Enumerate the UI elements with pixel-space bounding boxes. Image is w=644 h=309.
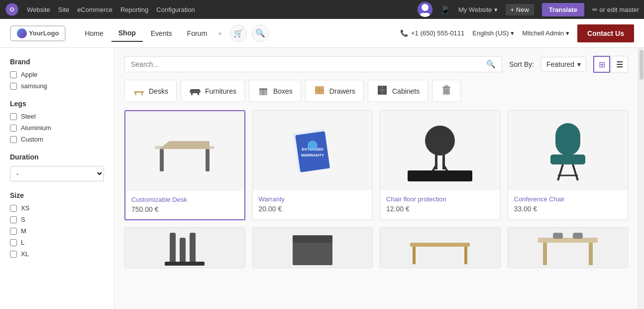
category-drawers[interactable]: Drawers [305, 80, 364, 102]
svg-rect-58 [464, 247, 467, 264]
xs-checkbox-input[interactable] [10, 205, 17, 212]
category-boxes[interactable]: Boxes [249, 80, 301, 102]
sort-dropdown[interactable]: Featured ▾ [541, 57, 586, 72]
product-image-mat [380, 111, 500, 190]
product-info-chair: Conference Chair 33.00 € [508, 190, 628, 219]
contact-us-button[interactable]: Contact Us [577, 24, 634, 42]
legs-steel-checkbox[interactable]: Steel [10, 113, 104, 120]
search-icon-button[interactable]: 🔍 [252, 25, 269, 42]
svg-rect-24 [442, 87, 450, 88]
nav-shop[interactable]: Shop [111, 25, 143, 42]
size-m-label: M [21, 227, 26, 235]
size-l-checkbox[interactable]: L [10, 239, 104, 246]
search-input[interactable] [131, 60, 482, 68]
svg-marker-32 [160, 141, 210, 149]
duration-select[interactable]: - [10, 166, 104, 181]
search-box[interactable]: 🔍 [124, 56, 502, 72]
legs-custom-label: Custom [21, 136, 43, 143]
language-selector[interactable]: English (US) ▾ [472, 29, 514, 37]
svg-rect-61 [589, 243, 593, 265]
category-cabinets[interactable]: Cabinets [368, 80, 428, 102]
size-xs-checkbox[interactable]: XS [10, 204, 104, 212]
nav-icons: 🛒 🔍 [230, 25, 269, 42]
product-card-desk2[interactable] [380, 227, 501, 268]
svg-point-3 [422, 4, 429, 11]
grid-view-button[interactable]: ⊞ [593, 56, 610, 73]
svg-rect-51 [180, 238, 186, 263]
legs-custom-checkbox[interactable]: Custom [10, 136, 104, 143]
product-image-table [508, 228, 628, 268]
product-card-desk[interactable]: Customizable Desk 750.00 € [124, 110, 245, 220]
user-account-menu[interactable]: Mitchell Admin ▾ [522, 29, 569, 37]
product-name-desk: Customizable Desk [131, 196, 238, 203]
aluminium-checkbox-input[interactable] [10, 125, 17, 132]
apple-checkbox-input[interactable] [10, 71, 17, 78]
legs-filter-title: Legs [10, 100, 104, 108]
product-card-table[interactable] [508, 227, 629, 268]
product-info-mat: Chair floor protection 12.00 € [380, 190, 500, 219]
svg-rect-11 [190, 91, 201, 92]
size-s-checkbox[interactable]: S [10, 216, 104, 223]
xl-checkbox-input[interactable] [10, 251, 17, 258]
scrollbar-thumb[interactable] [640, 50, 644, 80]
logo-text: YourLogo [29, 29, 59, 37]
size-l-label: L [21, 239, 24, 246]
main-content: Brand Apple samsung Legs Steel Aluminium [0, 48, 644, 309]
svg-point-38 [308, 141, 318, 151]
shop-area: 🔍 Sort By: Featured ▾ ⊞ ☰ Desks [114, 48, 638, 309]
product-name-chair: Conference Chair [514, 195, 622, 203]
category-trash[interactable] [432, 80, 461, 102]
s-checkbox-input[interactable] [10, 216, 17, 223]
product-name-mat: Chair floor protection [386, 195, 494, 203]
svg-rect-10 [198, 93, 199, 95]
category-desks[interactable]: Desks [124, 80, 177, 102]
admin-nav-site[interactable]: Site [58, 6, 69, 13]
custom-checkbox-input[interactable] [10, 136, 17, 143]
translate-button[interactable]: Translate [542, 3, 584, 16]
cart-icon-button[interactable]: 🛒 [230, 25, 247, 42]
new-button[interactable]: + New [506, 4, 534, 15]
scrollbar-track[interactable] [638, 48, 644, 309]
svg-point-18 [319, 92, 320, 93]
admin-nav-website[interactable]: Website [27, 6, 50, 13]
nav-add-icon[interactable]: + [215, 25, 225, 41]
brand-apple-checkbox[interactable]: Apple [10, 71, 104, 78]
samsung-checkbox-input[interactable] [10, 83, 17, 90]
svg-point-17 [319, 88, 320, 89]
admin-nav-reporting[interactable]: Reporting [120, 6, 148, 13]
admin-nav-ecommerce[interactable]: eCommerce [77, 6, 112, 13]
m-checkbox-input[interactable] [10, 228, 17, 235]
edit-master-link[interactable]: ✏ or edit master [592, 6, 639, 13]
product-card-mat[interactable]: Chair floor protection 12.00 € [380, 110, 501, 220]
svg-rect-7 [141, 93, 143, 95]
product-price-chair: 33.00 € [514, 205, 622, 213]
svg-rect-4 [420, 13, 430, 17]
brand-filter-title: Brand [10, 58, 104, 66]
svg-rect-6 [135, 93, 136, 95]
product-card-warranty[interactable]: EXTENDED WARRANTY Warranty 20.00 € [252, 110, 373, 220]
brand-samsung-checkbox[interactable]: samsung [10, 82, 104, 90]
product-card-chair[interactable]: Conference Chair 33.00 € [508, 110, 629, 220]
product-image-stand [125, 228, 245, 268]
nav-forum[interactable]: Forum [180, 25, 214, 41]
size-xl-checkbox[interactable]: XL [10, 250, 104, 258]
product-card-box2[interactable] [252, 227, 373, 268]
brand-filter-section: Brand Apple samsung [10, 58, 104, 90]
svg-text:WARRANTY: WARRANTY [301, 153, 324, 157]
svg-rect-62 [553, 233, 563, 239]
product-card-stand[interactable] [124, 227, 245, 268]
nav-events[interactable]: Events [144, 25, 179, 41]
list-view-button[interactable]: ☰ [611, 56, 628, 73]
my-website-dropdown[interactable]: My Website ▾ [458, 6, 498, 13]
nav-home[interactable]: Home [78, 25, 110, 41]
admin-nav-configuration[interactable]: Configuration [156, 6, 195, 13]
user-avatar [418, 2, 432, 17]
site-logo[interactable]: YourLogo [10, 25, 66, 41]
nav-right: 📞 +1 (650) 555-0111 English (US) ▾ Mitch… [400, 24, 634, 42]
steel-checkbox-input[interactable] [10, 113, 17, 120]
size-m-checkbox[interactable]: M [10, 227, 104, 235]
category-furnitures[interactable]: Furnitures [181, 80, 245, 102]
product-info-warranty: Warranty 20.00 € [253, 190, 373, 219]
l-checkbox-input[interactable] [10, 239, 17, 246]
legs-aluminium-checkbox[interactable]: Aluminium [10, 124, 104, 132]
